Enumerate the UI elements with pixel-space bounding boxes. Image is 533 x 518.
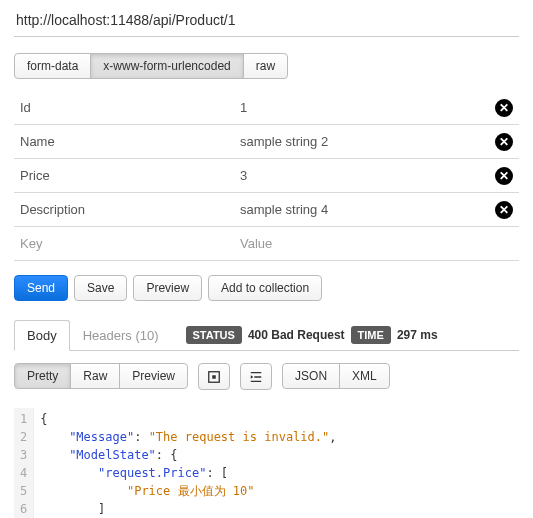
table-row: ✕ — [14, 193, 519, 227]
wrap-toggle-button[interactable] — [198, 363, 230, 390]
table-row: ✕ — [14, 125, 519, 159]
lang-xml-button[interactable]: XML — [339, 363, 390, 389]
delete-row-icon[interactable]: ✕ — [495, 99, 513, 117]
save-button[interactable]: Save — [74, 275, 127, 301]
body-type-tabs: form-data x-www-form-urlencoded raw — [14, 53, 288, 79]
send-button[interactable]: Send — [14, 275, 68, 301]
param-value-input[interactable] — [234, 193, 489, 226]
response-body: 12345678 { "Message": "The request is in… — [14, 408, 519, 518]
tab-form-data[interactable]: form-data — [14, 53, 91, 79]
table-row: ✕ — [14, 159, 519, 193]
preview-button[interactable]: Preview — [133, 275, 202, 301]
delete-row-icon[interactable]: ✕ — [495, 201, 513, 219]
line-gutter: 12345678 — [14, 408, 34, 518]
params-table: ✕✕✕✕ — [14, 91, 519, 261]
action-row: Send Save Preview Add to collection — [14, 275, 519, 301]
param-value-input[interactable] — [234, 91, 489, 124]
table-row-empty — [14, 227, 519, 261]
view-pretty-button[interactable]: Pretty — [14, 363, 71, 389]
status-label: STATUS — [186, 326, 242, 344]
param-value-input[interactable] — [234, 227, 489, 260]
param-value-input[interactable] — [234, 159, 489, 192]
param-value-input[interactable] — [234, 125, 489, 158]
view-preview-button[interactable]: Preview — [119, 363, 188, 389]
delete-row-icon[interactable]: ✕ — [495, 133, 513, 151]
response-tabs-row: Body Headers (10) STATUS 400 Bad Request… — [14, 319, 519, 351]
param-key-input[interactable] — [14, 91, 234, 124]
tab-raw[interactable]: raw — [243, 53, 288, 79]
tab-urlencoded[interactable]: x-www-form-urlencoded — [90, 53, 243, 79]
format-icon — [249, 370, 263, 384]
param-key-input[interactable] — [14, 159, 234, 192]
view-raw-button[interactable]: Raw — [70, 363, 120, 389]
param-key-input[interactable] — [14, 125, 234, 158]
response-toolbar: Pretty Raw Preview JSON XML — [14, 363, 519, 400]
param-key-input[interactable] — [14, 193, 234, 226]
format-toggle-button[interactable] — [240, 363, 272, 390]
status-value: 400 Bad Request — [248, 328, 345, 342]
time-label: TIME — [351, 326, 391, 344]
svg-rect-1 — [212, 375, 216, 379]
table-row: ✕ — [14, 91, 519, 125]
url-input[interactable] — [14, 8, 519, 37]
code-content: { "Message": "The request is invalid.", … — [34, 408, 342, 518]
tab-body[interactable]: Body — [14, 320, 70, 351]
delete-row-icon[interactable]: ✕ — [495, 167, 513, 185]
lang-json-button[interactable]: JSON — [282, 363, 340, 389]
wrap-icon — [207, 370, 221, 384]
add-collection-button[interactable]: Add to collection — [208, 275, 322, 301]
time-value: 297 ms — [397, 328, 438, 342]
tab-headers[interactable]: Headers (10) — [70, 320, 172, 351]
param-key-input[interactable] — [14, 227, 234, 260]
